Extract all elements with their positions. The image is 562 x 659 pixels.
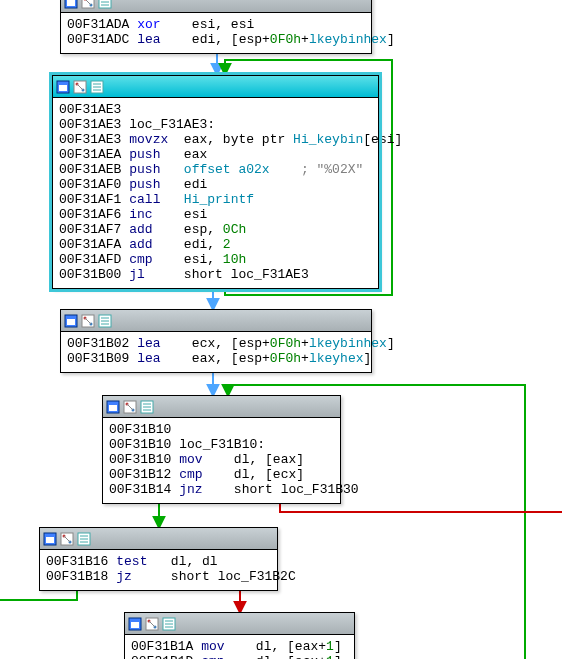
svg-rect-7 bbox=[59, 85, 67, 91]
graph-icon bbox=[123, 400, 137, 414]
node-titlebar bbox=[61, 310, 371, 332]
node-code: 00F31B16 test dl, dl 00F31B18 jz short l… bbox=[40, 550, 277, 590]
svg-rect-31 bbox=[131, 622, 139, 628]
node-titlebar bbox=[103, 396, 340, 418]
list-icon bbox=[90, 80, 104, 94]
node-titlebar bbox=[40, 528, 277, 550]
graph-node-3[interactable]: 00F31B02 lea ecx, [esp+0F0h+lkeybinhex] … bbox=[60, 309, 372, 373]
window-icon bbox=[56, 80, 70, 94]
list-icon bbox=[162, 617, 176, 631]
node-code: 00F31B1A mov dl, [eax+1] 00F31B1D cmp dl… bbox=[125, 635, 354, 659]
graph-icon bbox=[73, 80, 87, 94]
graph-node-6[interactable]: 00F31B1A mov dl, [eax+1] 00F31B1D cmp dl… bbox=[124, 612, 355, 659]
svg-rect-19 bbox=[109, 405, 117, 411]
node-code: 00F31B10 00F31B10 loc_F31B10: 00F31B10 m… bbox=[103, 418, 340, 503]
list-icon bbox=[98, 0, 112, 9]
window-icon bbox=[128, 617, 142, 631]
window-icon bbox=[64, 314, 78, 328]
svg-rect-25 bbox=[46, 537, 54, 543]
graph-icon bbox=[145, 617, 159, 631]
graph-node-4[interactable]: 00F31B10 00F31B10 loc_F31B10: 00F31B10 m… bbox=[102, 395, 341, 504]
graph-icon bbox=[81, 314, 95, 328]
node-titlebar bbox=[125, 613, 354, 635]
graph-icon bbox=[81, 0, 95, 9]
svg-rect-13 bbox=[67, 319, 75, 325]
window-icon bbox=[106, 400, 120, 414]
node-code: 00F31AE3 00F31AE3 loc_F31AE3: 00F31AE3 m… bbox=[53, 98, 378, 288]
window-icon bbox=[64, 0, 78, 9]
svg-rect-1 bbox=[67, 0, 75, 6]
graph-node-1[interactable]: 00F31ADA xor esi, esi 00F31ADC lea edi, … bbox=[60, 0, 372, 54]
graph-node-2[interactable]: 00F31AE3 00F31AE3 loc_F31AE3: 00F31AE3 m… bbox=[52, 75, 379, 289]
graph-icon bbox=[60, 532, 74, 546]
list-icon bbox=[77, 532, 91, 546]
list-icon bbox=[140, 400, 154, 414]
window-icon bbox=[43, 532, 57, 546]
node-code: 00F31B02 lea ecx, [esp+0F0h+lkeybinhex] … bbox=[61, 332, 371, 372]
graph-node-5[interactable]: 00F31B16 test dl, dl 00F31B18 jz short l… bbox=[39, 527, 278, 591]
node-titlebar bbox=[53, 76, 378, 98]
list-icon bbox=[98, 314, 112, 328]
node-titlebar bbox=[61, 0, 371, 13]
node-code: 00F31ADA xor esi, esi 00F31ADC lea edi, … bbox=[61, 13, 371, 53]
